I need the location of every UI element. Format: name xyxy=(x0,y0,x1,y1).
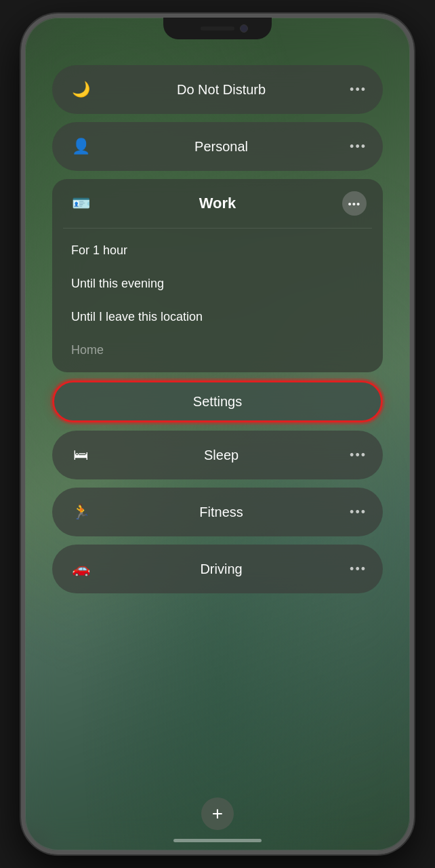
camera xyxy=(240,24,248,33)
driving-card[interactable]: 🚗 Driving ••• xyxy=(52,545,383,593)
fitness-dots[interactable]: ••• xyxy=(350,505,367,519)
work-dots-button[interactable]: ••• xyxy=(342,191,367,216)
driving-icon: 🚗 xyxy=(68,557,93,581)
until-leave-location-option[interactable]: Until I leave this location xyxy=(52,300,383,334)
plus-icon: + xyxy=(212,803,223,825)
fitness-label: Fitness xyxy=(104,505,339,520)
sleep-dots[interactable]: ••• xyxy=(350,448,367,462)
phone-frame: 🌙 Do Not Disturb ••• 👤 Personal ••• 🪪 Wo… xyxy=(21,14,414,854)
work-dots: ••• xyxy=(348,198,361,210)
settings-label: Settings xyxy=(193,394,242,410)
do-not-disturb-dots[interactable]: ••• xyxy=(350,83,367,97)
work-card-header: 🪪 Work ••• xyxy=(52,179,383,228)
fitness-card[interactable]: 🏃 Fitness ••• xyxy=(52,488,383,536)
until-this-evening-option[interactable]: Until this evening xyxy=(52,267,383,300)
do-not-disturb-card[interactable]: 🌙 Do Not Disturb ••• xyxy=(52,65,383,114)
home-option[interactable]: Home xyxy=(52,334,383,367)
driving-label: Driving xyxy=(104,561,339,577)
work-card[interactable]: 🪪 Work ••• For 1 hour Until this evening… xyxy=(52,179,383,372)
moon-icon: 🌙 xyxy=(68,77,93,102)
content-area: 🌙 Do Not Disturb ••• 👤 Personal ••• 🪪 Wo… xyxy=(25,52,410,850)
settings-button[interactable]: Settings xyxy=(52,380,383,422)
for-1-hour-option[interactable]: For 1 hour xyxy=(52,234,383,267)
sleep-icon: 🛏 xyxy=(68,443,93,467)
sleep-card[interactable]: 🛏 Sleep ••• xyxy=(52,431,383,479)
add-focus-button[interactable]: + xyxy=(201,797,234,830)
do-not-disturb-label: Do Not Disturb xyxy=(104,82,339,98)
personal-dots[interactable]: ••• xyxy=(350,140,367,154)
personal-card[interactable]: 👤 Personal ••• xyxy=(52,122,383,171)
work-options-list: For 1 hour Until this evening Until I le… xyxy=(52,229,383,372)
speaker xyxy=(201,26,234,31)
fitness-icon: 🏃 xyxy=(68,500,93,524)
work-label: Work xyxy=(104,195,331,212)
work-icon: 🪪 xyxy=(68,191,93,216)
personal-label: Personal xyxy=(104,139,339,155)
driving-dots[interactable]: ••• xyxy=(350,562,367,576)
sleep-label: Sleep xyxy=(104,448,339,463)
notch xyxy=(163,18,272,39)
person-icon: 👤 xyxy=(68,134,93,159)
